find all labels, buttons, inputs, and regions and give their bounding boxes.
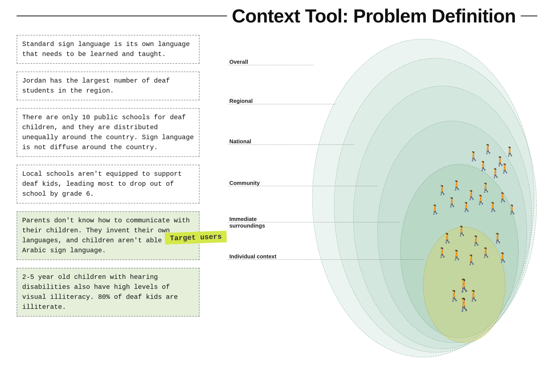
svg-text:🚶: 🚶: [437, 185, 448, 196]
svg-text:🚶: 🚶: [483, 144, 494, 155]
svg-text:🚶: 🚶: [507, 204, 518, 215]
svg-text:🚶: 🚶: [456, 225, 468, 237]
svg-text:🚶: 🚶: [499, 163, 511, 174]
diagram-svg: 🚶 🚶 🚶 🚶 🚶 🚶 🚶 🚶 🚶 🚶 🚶 🚶 🚶 🚶 🚶 🚶 🚶 🚶 🚶 🚶 …: [211, 29, 554, 391]
svg-text:🚶: 🚶: [497, 192, 509, 203]
left-panel: Standard sign language is its own langua…: [0, 29, 211, 391]
svg-text:surroundings: surroundings: [229, 223, 265, 229]
svg-text:🚶: 🚶: [430, 204, 441, 215]
target-users-label: Target users: [165, 231, 227, 245]
text-box-box6: 2-5 year old children with hearing disab…: [17, 268, 200, 317]
svg-text:🚶: 🚶: [446, 197, 458, 208]
svg-text:🚶: 🚶: [441, 232, 454, 244]
svg-text:Individual context: Individual context: [229, 253, 276, 259]
main-content: Standard sign language is its own langua…: [0, 29, 554, 391]
svg-text:🚶: 🚶: [492, 232, 504, 244]
svg-text:🚶: 🚶: [497, 252, 509, 264]
svg-text:🚶: 🚶: [504, 146, 516, 157]
page-title: Context Tool: Problem Definition: [232, 5, 516, 27]
svg-text:🚶: 🚶: [478, 161, 489, 172]
svg-text:🚶: 🚶: [451, 249, 463, 261]
text-box-box4: Local schools aren't equipped to support…: [17, 165, 200, 203]
svg-text:Overall: Overall: [229, 59, 248, 65]
svg-text:🚶: 🚶: [470, 235, 482, 247]
text-box-box3: There are only 10 public schools for dea…: [17, 108, 200, 157]
svg-text:Immediate: Immediate: [229, 216, 257, 222]
svg-text:Regional: Regional: [229, 98, 252, 104]
header-line-left: [17, 16, 227, 16]
svg-text:🚶: 🚶: [468, 151, 480, 162]
svg-text:🚶: 🚶: [480, 247, 492, 259]
svg-text:Community: Community: [229, 180, 260, 186]
svg-text:🚶: 🚶: [475, 194, 487, 206]
right-panel: 🚶 🚶 🚶 🚶 🚶 🚶 🚶 🚶 🚶 🚶 🚶 🚶 🚶 🚶 🚶 🚶 🚶 🚶 🚶 🚶 …: [211, 29, 554, 391]
svg-text:🚶: 🚶: [448, 289, 461, 302]
svg-text:🚶: 🚶: [467, 289, 481, 302]
svg-text:🚶: 🚶: [466, 254, 478, 266]
text-box-box2: Jordan has the largest number of deaf st…: [17, 72, 200, 100]
svg-text:🚶: 🚶: [480, 182, 492, 194]
svg-text:🚶: 🚶: [461, 202, 473, 213]
svg-text:National: National: [229, 138, 251, 144]
header-line-right: [521, 16, 537, 16]
page-header: Context Tool: Problem Definition: [0, 0, 554, 29]
svg-text:🚶: 🚶: [451, 180, 463, 191]
text-box-box1: Standard sign language is its own langua…: [17, 35, 200, 64]
svg-text:🚶: 🚶: [436, 247, 449, 259]
